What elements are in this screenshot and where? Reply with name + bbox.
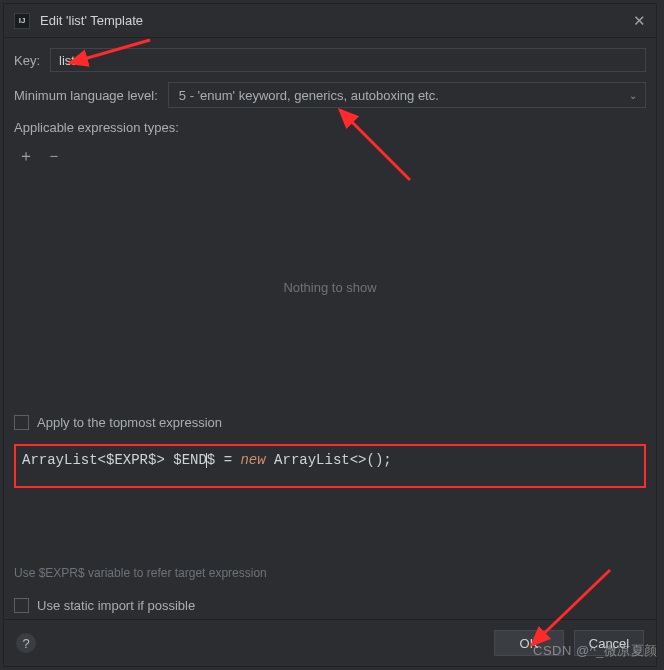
min-level-row: Minimum language level: 5 - 'enum' keywo… [14,82,646,108]
hint-text: Use $EXPR$ variable to refer target expr… [14,566,646,580]
static-import-checkbox[interactable] [14,598,29,613]
key-input[interactable] [50,48,646,72]
add-icon[interactable]: ＋ [18,149,34,163]
template-code-box[interactable]: ArrayList<$EXPR$> $END$ = new ArrayList<… [14,444,646,488]
chevron-down-icon: ⌄ [629,90,637,101]
code-keyword: new [240,452,265,468]
edit-template-dialog: IJ Edit 'list' Template ✕ Key: Minimum l… [3,3,657,667]
cancel-button[interactable]: Cancel [574,630,644,656]
topmost-row: Apply to the topmost expression [14,415,646,430]
code-op: = [215,452,240,468]
key-label: Key: [14,53,40,68]
static-import-row: Use static import if possible [14,598,646,613]
remove-icon[interactable]: － [46,149,62,163]
ok-button[interactable]: OK [494,630,564,656]
expr-types-list[interactable]: Nothing to show [14,177,646,397]
key-row: Key: [14,48,646,72]
min-level-select[interactable]: 5 - 'enum' keyword, generics, autoboxing… [168,82,646,108]
app-icon: IJ [14,13,30,29]
topmost-checkbox[interactable] [14,415,29,430]
expr-types-toolbar: ＋ － [14,145,646,167]
title-bar: IJ Edit 'list' Template ✕ [4,4,656,38]
static-import-label: Use static import if possible [37,598,195,613]
close-icon[interactable]: ✕ [633,12,646,30]
help-icon[interactable]: ? [16,633,36,653]
topmost-label: Apply to the topmost expression [37,415,222,430]
button-bar: OK Cancel [494,630,644,656]
min-level-label: Minimum language level: [14,88,158,103]
expr-types-label: Applicable expression types: [14,120,646,135]
empty-placeholder: Nothing to show [283,280,376,295]
window-title: Edit 'list' Template [40,13,623,28]
code-seg-2: $ [207,452,215,468]
dialog-body: Key: Minimum language level: 5 - 'enum' … [4,38,656,619]
code-seg-3: ArrayList<>(); [266,452,392,468]
code-seg-1: ArrayList<$EXPR$> $END [22,452,207,468]
min-level-value: 5 - 'enum' keyword, generics, autoboxing… [179,88,439,103]
spacer [14,498,646,550]
dialog-footer: ? OK Cancel [4,619,656,666]
